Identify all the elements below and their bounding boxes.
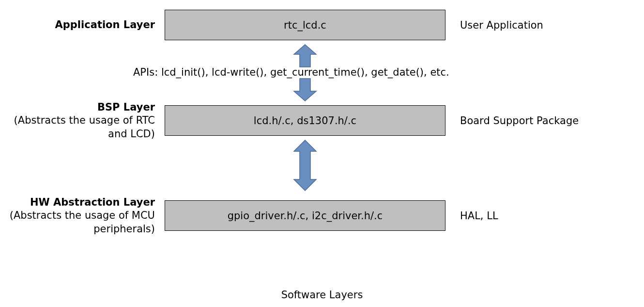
layer-title: BSP Layer xyxy=(0,101,155,114)
svg-marker-2 xyxy=(294,140,316,191)
layer-row-hal: HW Abstraction Layer (Abstracts the usag… xyxy=(0,196,644,236)
layer-right-text: User Application xyxy=(460,19,543,31)
arrow-app-to-bsp-top xyxy=(0,44,644,68)
double-arrow-icon-top xyxy=(292,44,318,68)
layer-title: Application Layer xyxy=(0,18,155,32)
layer-right-text: HAL, LL xyxy=(460,210,498,222)
layer-row-bsp: BSP Layer (Abstracts the usage of RTC an… xyxy=(0,101,644,141)
layer-right-label-hal: HAL, LL xyxy=(445,210,498,222)
double-arrow-icon xyxy=(292,139,318,192)
layer-subtitle: (Abstracts the usage of RTC and LCD) xyxy=(0,114,155,141)
double-arrow-icon-bottom xyxy=(292,78,318,102)
diagram-caption: Software Layers xyxy=(0,289,644,301)
layer-box-application: rtc_lcd.c xyxy=(165,10,445,40)
svg-marker-0 xyxy=(294,45,316,67)
layer-right-text: Board Support Package xyxy=(460,115,579,127)
layer-right-label-bsp: Board Support Package xyxy=(445,115,579,127)
api-text-row: APIs: lcd_init(), lcd-write(), get_curre… xyxy=(0,66,644,78)
layer-left-label-hal: HW Abstraction Layer (Abstracts the usag… xyxy=(0,196,165,236)
layer-left-label-bsp: BSP Layer (Abstracts the usage of RTC an… xyxy=(0,101,165,141)
layer-box-text: gpio_driver.h/.c, i2c_driver.h/.c xyxy=(228,210,383,222)
layer-row-application: Application Layer rtc_lcd.c User Applica… xyxy=(0,10,644,40)
layer-title: HW Abstraction Layer xyxy=(0,196,155,209)
layer-left-label-application: Application Layer xyxy=(0,18,165,32)
layer-box-bsp: lcd.h/.c, ds1307.h/.c xyxy=(165,105,445,136)
layer-box-text: lcd.h/.c, ds1307.h/.c xyxy=(254,115,356,127)
arrow-bsp-to-hal xyxy=(0,139,644,192)
arrow-app-to-bsp-bottom xyxy=(0,78,644,102)
layer-box-hal: gpio_driver.h/.c, i2c_driver.h/.c xyxy=(165,200,445,231)
svg-marker-1 xyxy=(294,79,316,101)
layer-subtitle: (Abstracts the usage of MCU peripherals) xyxy=(0,209,155,236)
api-text: APIs: lcd_init(), lcd-write(), get_curre… xyxy=(133,66,449,78)
layer-right-label-application: User Application xyxy=(445,19,543,31)
layer-box-text: rtc_lcd.c xyxy=(284,19,326,31)
